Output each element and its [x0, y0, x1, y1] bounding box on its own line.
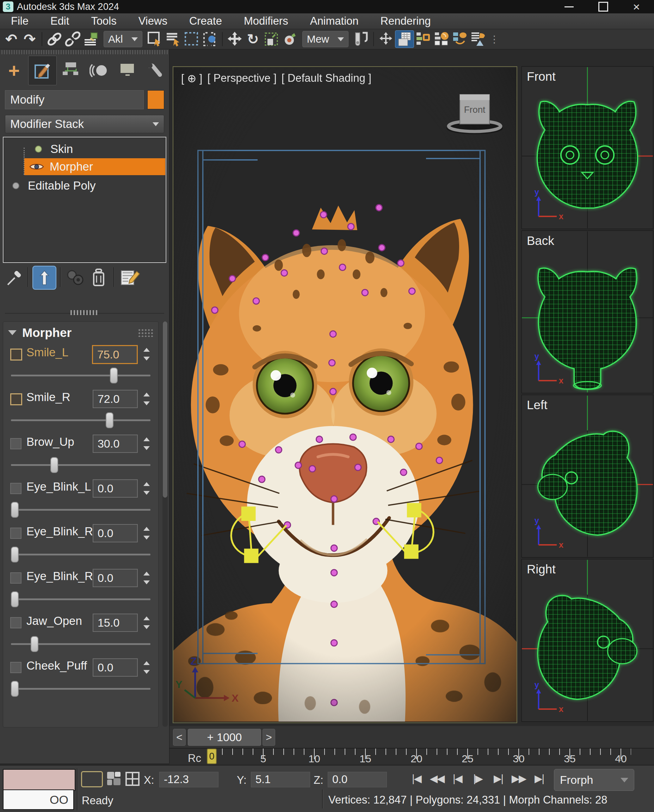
menu-modifiers[interactable]: Modifiers [233, 15, 299, 28]
z-coordinate-field[interactable]: 0.0 [328, 772, 387, 788]
tab-modify[interactable] [28, 56, 57, 85]
reference-coordinate-dropdown[interactable]: Mew [303, 31, 348, 47]
channel-checkbox[interactable] [10, 662, 21, 673]
unlink-selection-icon[interactable] [63, 31, 82, 47]
viewport-shading-menu[interactable]: [ Default Shading ] [281, 72, 371, 85]
channel-value-spinner[interactable]: 0.0 [93, 569, 138, 587]
menu-views[interactable]: Views [128, 15, 178, 28]
tab-motion[interactable] [85, 56, 113, 85]
channel-value-spinner[interactable]: 0.0 [93, 658, 138, 677]
stack-item-morpher[interactable]: Morpher [24, 158, 165, 175]
select-and-rotate-icon[interactable]: ↻ [244, 31, 262, 47]
tab-create[interactable]: + [0, 56, 28, 85]
channel-slider[interactable] [11, 464, 150, 466]
window-crossing-icon[interactable] [201, 31, 219, 47]
next-frame-button[interactable]: ▶| [490, 772, 506, 784]
maximize-icon[interactable] [598, 2, 608, 12]
slider-handle[interactable] [11, 591, 19, 607]
viewcube[interactable]: Front [438, 87, 512, 139]
perspective-viewport[interactable]: [ ⊕ ] [ Perspective ] [ Default Shading … [173, 66, 517, 723]
channel-checkbox[interactable] [10, 528, 21, 539]
panel-scrollbar[interactable] [162, 321, 168, 727]
channel-checkbox[interactable] [10, 393, 22, 405]
rollout-grip-icon[interactable] [138, 329, 153, 337]
time-ruler[interactable]: Rc 5 10 15 20 25 30 35 40 0 [170, 748, 654, 766]
slider-handle[interactable] [11, 547, 19, 563]
channel-checkbox[interactable] [10, 349, 22, 361]
front-viewport[interactable]: Front y x [521, 66, 653, 229]
spinner-arrows[interactable] [142, 346, 151, 362]
grid-snap-icon[interactable] [125, 772, 139, 786]
front-viewport-label[interactable]: Front [527, 69, 556, 84]
spinner-arrows[interactable] [142, 391, 151, 407]
slider-handle[interactable] [106, 412, 113, 428]
slider-handle[interactable] [31, 636, 38, 652]
viewport-pov-menu[interactable]: [ Perspective ] [207, 72, 276, 85]
spinner-arrows[interactable] [142, 570, 151, 586]
rectangular-selection-region-icon[interactable] [183, 31, 201, 47]
channel-checkbox[interactable] [10, 483, 21, 494]
slider-handle[interactable] [110, 368, 118, 384]
close-icon[interactable]: × [633, 3, 640, 10]
make-unique-icon[interactable] [66, 269, 85, 287]
viewport-nav-menu[interactable]: [ ⊕ ] [181, 72, 202, 85]
key-filter-dropdown[interactable]: Frorph [554, 769, 634, 791]
macro-recorder-field[interactable] [3, 769, 75, 791]
isolate-selection-icon[interactable] [81, 771, 103, 788]
channel-value-spinner[interactable]: 72.0 [93, 390, 138, 408]
channel-value-spinner[interactable]: 0.0 [93, 479, 138, 498]
go-to-start-button[interactable]: |◀ [409, 772, 424, 784]
toolbar-overflow[interactable]: ⋮ [489, 34, 499, 45]
tab-display[interactable] [113, 56, 141, 85]
selection-filter-dropdown[interactable]: Akl [104, 31, 142, 47]
remove-modifier-trash-icon[interactable] [91, 268, 106, 287]
spinner-arrows[interactable] [142, 436, 151, 451]
stack-item-skin[interactable]: Skin [4, 141, 165, 158]
previous-key-button[interactable]: ◀◀ [429, 772, 445, 784]
channel-slider[interactable] [11, 509, 150, 511]
panel-grip[interactable] [2, 50, 168, 54]
menu-file[interactable]: File [0, 15, 40, 28]
spinner-arrows[interactable] [142, 660, 151, 675]
minimize-icon[interactable] [564, 6, 574, 8]
channel-slider[interactable] [11, 554, 150, 555]
timeline-next-button[interactable]: > [263, 729, 275, 746]
spinner-arrows[interactable] [142, 526, 151, 541]
modifier-list-dropdown[interactable]: Modifier Stack [5, 115, 164, 133]
timeline-prev-button[interactable]: < [173, 729, 186, 746]
slider-handle[interactable] [11, 681, 19, 697]
select-and-manipulate-icon[interactable] [281, 31, 299, 47]
go-to-end-button[interactable]: ▶| [531, 772, 547, 784]
menu-rendering[interactable]: Rendering [370, 15, 442, 28]
schematic-view-icon[interactable] [414, 31, 432, 47]
scrollbar-thumb[interactable] [163, 321, 167, 498]
material-editor-icon[interactable] [432, 31, 451, 47]
back-viewport-label[interactable]: Back [527, 234, 554, 248]
channel-value-spinner[interactable]: 15.0 [93, 613, 138, 632]
menu-animation[interactable]: Animation [299, 15, 370, 28]
menu-tools[interactable]: Tools [80, 15, 127, 28]
left-viewport[interactable]: Left y x [521, 395, 653, 558]
menu-edit[interactable]: Edit [40, 15, 80, 28]
slider-handle[interactable] [50, 457, 58, 473]
select-and-move-icon[interactable] [226, 31, 244, 47]
render-production-icon[interactable] [469, 31, 487, 47]
channel-slider[interactable] [11, 643, 150, 645]
channel-slider[interactable] [11, 598, 150, 600]
select-and-link-icon[interactable] [45, 31, 63, 47]
select-and-scale-icon[interactable] [262, 31, 281, 47]
x-coordinate-field[interactable]: -12.3 [159, 772, 219, 788]
back-viewport[interactable]: Back y x [521, 231, 653, 393]
curve-editor-button[interactable] [395, 30, 414, 48]
channel-slider[interactable] [11, 688, 150, 690]
play-button[interactable]: |▶ [470, 772, 486, 784]
object-color-swatch[interactable] [147, 90, 164, 109]
object-name-field[interactable]: Modify [5, 90, 144, 109]
select-object-icon[interactable] [146, 31, 164, 47]
slider-handle[interactable] [11, 502, 19, 518]
channel-slider[interactable] [11, 375, 150, 376]
spinner-arrows[interactable] [142, 615, 151, 630]
bind-to-spacewarp-icon[interactable] [82, 31, 100, 47]
next-key-button[interactable]: ▶▶ [511, 772, 526, 784]
rollout-splitter-grip[interactable] [70, 310, 99, 315]
